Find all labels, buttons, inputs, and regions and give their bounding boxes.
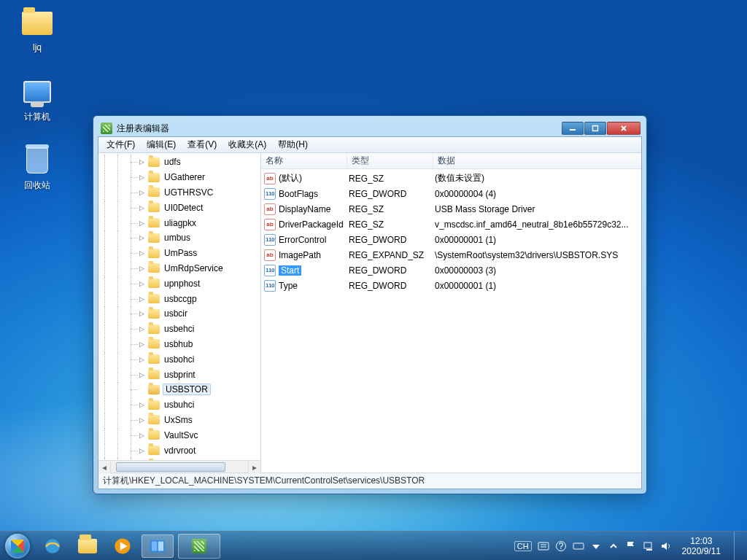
value-type: REG_SZ	[349, 204, 435, 214]
taskbar-task-regedit[interactable]	[178, 534, 220, 559]
tree-node-usbprint[interactable]: ▷usbprint	[98, 367, 260, 382]
value-row[interactable]: StartREG_DWORD0x00000003 (3)	[261, 262, 641, 278]
value-row[interactable]: (默认)REG_SZ(数值未设置)	[261, 171, 641, 186]
tree-node-upnphost[interactable]: ▷upnphost	[98, 276, 260, 291]
close-button[interactable]	[607, 122, 640, 135]
desktop-icon-user-folder[interactable]: ljq	[10, 7, 64, 52]
taskbar-ie[interactable]	[36, 534, 69, 558]
menu-view[interactable]: 查看(V)	[182, 137, 222, 152]
expand-collapse-icon[interactable]: ▷	[138, 234, 146, 242]
value-row[interactable]: ErrorControlREG_DWORD0x00000001 (1)	[261, 232, 641, 247]
expand-collapse-icon[interactable]: ▷	[138, 158, 146, 166]
action-flag-icon[interactable]	[625, 540, 637, 552]
expand-collapse-icon[interactable]: ▷	[138, 279, 146, 287]
folder-icon	[148, 203, 160, 212]
value-type: REG_DWORD	[349, 235, 435, 245]
taskbar-sidebar[interactable]	[142, 534, 174, 558]
maximize-button[interactable]	[584, 122, 606, 135]
value-row[interactable]: DisplayNameREG_SZUSB Mass Storage Driver	[261, 201, 641, 217]
tree-node-vaultsvc[interactable]: ▷VaultSvc	[98, 427, 260, 443]
ime-pad-icon[interactable]	[538, 540, 549, 552]
expand-collapse-icon[interactable]	[138, 386, 146, 394]
volume-icon[interactable]	[660, 540, 672, 552]
expand-collapse-icon[interactable]: ▷	[138, 295, 146, 303]
ime-language[interactable]: CH	[514, 541, 532, 551]
expand-collapse-icon[interactable]: ▷	[138, 416, 146, 424]
expand-collapse-icon[interactable]: ▷	[138, 249, 146, 257]
expand-collapse-icon[interactable]: ▷	[138, 401, 146, 409]
taskbar-clock[interactable]: 12:03 2020/9/11	[678, 536, 725, 556]
tree-node-uxsms[interactable]: ▷UxSms	[98, 413, 260, 428]
tree-node-usbohci[interactable]: ▷usbohci	[98, 351, 260, 367]
minimize-button[interactable]	[562, 122, 584, 135]
tree-node-ui0detect[interactable]: ▷UI0Detect	[98, 200, 260, 215]
folder-icon	[148, 446, 160, 455]
tree-node-umbus[interactable]: ▷umbus	[98, 230, 260, 246]
folder-icon	[148, 415, 160, 424]
expand-collapse-icon[interactable]: ▷	[138, 355, 146, 363]
tree-horizontal-scrollbar[interactable]: ◂ ▸	[98, 460, 260, 472]
tree-node-usbstor[interactable]: USBSTOR	[98, 382, 260, 397]
desktop-icon-recycle-bin[interactable]: 回收站	[10, 144, 64, 192]
expand-collapse-icon[interactable]: ▷	[138, 340, 146, 348]
tray-expand-icon[interactable]	[608, 540, 619, 552]
menu-file[interactable]: 文件(F)	[101, 137, 140, 152]
tree-node-usbhub[interactable]: ▷usbhub	[98, 337, 260, 352]
menu-help[interactable]: 帮助(H)	[273, 137, 313, 152]
value-row[interactable]: TypeREG_DWORD0x00000001 (1)	[261, 278, 641, 293]
tree-node-usbuhci[interactable]: ▷usbuhci	[98, 397, 260, 413]
value-row[interactable]: ImagePathREG_EXPAND_SZ\SystemRoot\system…	[261, 247, 641, 262]
menu-favorites[interactable]: 收藏夹(A)	[223, 137, 271, 152]
expand-collapse-icon[interactable]: ▷	[138, 431, 146, 439]
system-tray: CH ? 12:03 2020/9/11	[510, 532, 747, 561]
expand-collapse-icon[interactable]: ▷	[138, 264, 146, 272]
string-value-icon	[264, 203, 276, 215]
expand-collapse-icon[interactable]: ▷	[138, 203, 146, 211]
tree-node-usbehci[interactable]: ▷usbehci	[98, 322, 260, 337]
column-type[interactable]: 类型	[347, 153, 433, 168]
value-data: v_mscdsc.inf_amd64_neutral_8b1e6b55729c3…	[435, 219, 641, 230]
tree-node-ugatherer[interactable]: ▷UGatherer	[98, 170, 260, 185]
desktop-icon-computer[interactable]: 计算机	[10, 76, 64, 123]
column-data[interactable]: 数据	[433, 153, 641, 168]
expand-collapse-icon[interactable]: ▷	[138, 219, 146, 227]
start-button[interactable]	[3, 532, 32, 561]
expand-collapse-icon[interactable]: ▷	[138, 370, 146, 378]
expand-collapse-icon[interactable]: ▷	[138, 188, 146, 196]
scroll-right-arrow-icon[interactable]: ▸	[248, 461, 260, 473]
tree-node-udfs[interactable]: ▷udfs	[98, 155, 260, 170]
tree-node-usbccgp[interactable]: ▷usbccgp	[98, 291, 260, 306]
tree-node-vdrvroot[interactable]: ▷vdrvroot	[98, 443, 260, 458]
desktop-icon-label: ljq	[10, 42, 64, 52]
scroll-left-arrow-icon[interactable]: ◂	[98, 461, 111, 473]
desktop-icon-label: 计算机	[10, 111, 64, 123]
tree-node-ugthrsvc[interactable]: ▷UGTHRSVC	[98, 185, 260, 201]
svg-point-2	[45, 539, 60, 553]
keyboard-icon[interactable]	[573, 540, 584, 552]
tree-node-usbcir[interactable]: ▷usbcir	[98, 306, 260, 322]
tree-node-umrdpservice[interactable]: ▷UmRdpService	[98, 261, 260, 276]
value-row[interactable]: BootFlagsREG_DWORD0x00000004 (4)	[261, 186, 641, 201]
tree-node-label: uliagpkx	[163, 217, 198, 229]
options-icon[interactable]	[590, 540, 602, 552]
value-name: DisplayName	[279, 204, 349, 214]
dword-value-icon	[264, 265, 276, 276]
tree-node-uliagpkx[interactable]: ▷uliagpkx	[98, 215, 260, 230]
network-icon[interactable]	[643, 540, 654, 552]
scroll-thumb[interactable]	[116, 462, 225, 472]
folder-icon	[148, 249, 160, 258]
svg-text:?: ?	[558, 541, 563, 551]
expand-collapse-icon[interactable]: ▷	[138, 174, 146, 182]
show-desktop-button[interactable]	[734, 532, 743, 561]
menu-edit[interactable]: 编辑(E)	[142, 137, 181, 152]
expand-collapse-icon[interactable]: ▷	[138, 325, 146, 333]
value-row[interactable]: DriverPackageIdREG_SZv_mscdsc.inf_amd64_…	[261, 217, 641, 232]
taskbar-explorer[interactable]	[71, 534, 104, 558]
taskbar-media-player[interactable]	[107, 534, 139, 558]
expand-collapse-icon[interactable]: ▷	[138, 310, 146, 318]
tree-node-umpass[interactable]: ▷UmPass	[98, 246, 260, 261]
titlebar[interactable]: 注册表编辑器	[98, 120, 642, 136]
help-icon[interactable]: ?	[555, 540, 567, 552]
expand-collapse-icon[interactable]: ▷	[138, 446, 146, 454]
column-name[interactable]: 名称	[261, 153, 347, 168]
